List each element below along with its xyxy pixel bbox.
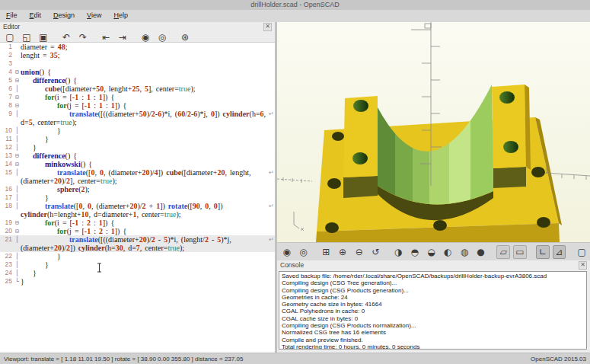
code-line-22[interactable]: 22│ } [0, 252, 275, 260]
code-line-19[interactable]: 19⊟ for(i = [-1 : 2 : 1]) { [0, 219, 275, 227]
show-crosshairs-icon[interactable]: ▢ [575, 246, 588, 258]
plate-hole [327, 178, 341, 189]
block-hole [353, 100, 368, 112]
code-line-20[interactable]: 20⊟ for(j = [-1 : 2 : 1]) { [0, 227, 275, 235]
code-text: diameter = 48; [21, 43, 275, 51]
code-area[interactable]: 1diameter = 48;2lenght = 35;3 4⊟union() … [0, 42, 275, 353]
code-line-21[interactable]: 21│ translate([((diameter+20)/2 - 5)*i, … [0, 235, 275, 252]
code-line-7[interactable]: 7⊟ for(i = [-1 : 1 : 1]) { [0, 93, 275, 101]
console-line: CGAL cache size in bytes: 0 [282, 315, 586, 322]
code-text: for(i = [-1 : 2 : 1]) { [21, 219, 275, 227]
code-text: lenght = 35; [21, 51, 275, 59]
line-number: 25 [0, 277, 14, 286]
code-line-9[interactable]: 9│ translate([((diameter+50)/2-6)*i, (60… [0, 110, 275, 126]
console-line: Compiling design (CSG Products generatio… [282, 287, 586, 294]
preview-icon[interactable]: ◉ [280, 246, 294, 258]
line-number: 13 [0, 152, 14, 160]
code-text: for(j = [-1 : 2 : 1]) { [21, 227, 275, 235]
menu-view[interactable]: View [81, 10, 107, 19]
code-line-6[interactable]: 6│ cube([diameter+50, lenght+25, 5], cen… [0, 85, 275, 93]
menu-file[interactable]: File [0, 10, 24, 19]
fold-marker-icon[interactable]: ⊟ [14, 101, 21, 110]
code-line-12[interactable]: 12│ } [0, 143, 275, 152]
fold-marker-icon[interactable]: ⊟ [14, 68, 21, 76]
fold-marker-icon[interactable]: ⊟ [14, 76, 21, 85]
perspective-icon[interactable]: ▱ [496, 245, 510, 259]
view-back-icon[interactable]: ● [474, 246, 488, 258]
close-icon[interactable]: ✕ [263, 23, 272, 31]
fold-marker-icon[interactable]: ⊟ [14, 152, 21, 160]
code-line-15[interactable]: 15│ translate([0, 0, (diameter+20)/4]) c… [0, 168, 275, 185]
line-number: 5 [0, 76, 14, 85]
console-line: Geometry cache size in bytes: 41664 [282, 301, 586, 308]
show-scale-markers-icon[interactable]: ⊿ [553, 245, 566, 259]
line-number: 20 [0, 227, 14, 235]
console-line: Compile and preview finished. [282, 337, 586, 343]
title-bar: drillHolder.scad - OpenSCAD [0, 0, 590, 11]
view-bottom-icon[interactable]: ◒ [425, 246, 439, 258]
code-line-13[interactable]: 13⊟ difference() { [0, 152, 275, 160]
show-axes-icon[interactable]: ∟ [536, 245, 550, 259]
code-line-2[interactable]: 2lenght = 35; [0, 51, 275, 59]
line-number: 21 [0, 235, 14, 252]
reset-view-icon[interactable]: ↺ [369, 246, 383, 258]
view-front-icon[interactable]: ◍ [458, 246, 471, 258]
code-text: translate([((diameter+20)/2 - 5)*i, (len… [21, 235, 275, 252]
code-text: } [21, 260, 275, 269]
menu-edit[interactable]: Edit [24, 10, 48, 19]
code-line-10[interactable]: 10│ } [0, 126, 275, 135]
fold-marker-icon [14, 51, 21, 59]
view-right-icon[interactable]: ◑ [391, 246, 405, 258]
view-left-icon[interactable]: ◐ [441, 246, 454, 258]
code-line-16[interactable]: 16│ sphere(2); [0, 185, 275, 193]
block-hole [503, 141, 518, 153]
code-text: } [21, 252, 275, 260]
line-number: 1 [0, 43, 14, 51]
zoom-out-icon[interactable]: ⊖ [352, 246, 366, 258]
editor-panel-header: Editor ✕ [0, 22, 275, 31]
view-top-icon[interactable]: ◓ [408, 246, 422, 258]
console-output[interactable]: Saved backup file: /home/rder/.local/sha… [279, 271, 587, 350]
close-icon[interactable]: ✕ [579, 261, 587, 270]
code-text: for(j = [-1 : 1 : 1]) { [21, 101, 275, 110]
code-line-25[interactable]: 25└} [0, 277, 275, 286]
fold-marker-icon[interactable]: ⊟ [14, 93, 21, 101]
view-all-icon[interactable]: ⊞ [319, 246, 333, 258]
orthographic-icon[interactable]: ▭ [513, 245, 527, 259]
fold-marker-icon[interactable]: ⊟ [14, 160, 21, 168]
code-text: for(i = [-1 : 1 : 1]) { [21, 93, 275, 101]
code-text: } [21, 269, 275, 277]
code-line-17[interactable]: 17│ } [0, 193, 275, 202]
code-line-18[interactable]: 18│ translate([0, 0, (diameter+20)/2 + 1… [0, 202, 275, 219]
code-line-14[interactable]: 14⊟ minkowski() { [0, 160, 275, 168]
code-text: translate([0, 0, (diameter+20)/4]) cube(… [21, 168, 275, 185]
viewport-3d[interactable] [277, 22, 590, 242]
fold-marker-icon: │ [14, 193, 21, 202]
fold-marker-icon[interactable]: ⊟ [14, 219, 21, 227]
code-line-4[interactable]: 4⊟union() { [0, 68, 275, 76]
code-line-3[interactable]: 3 [0, 59, 275, 68]
code-line-11[interactable]: 11│ } [0, 135, 275, 143]
menu-design[interactable]: Design [47, 10, 81, 19]
code-line-24[interactable]: 24│ } [0, 269, 275, 277]
wrap-marker-icon: ↵ [269, 202, 274, 210]
code-text: } [21, 143, 275, 152]
menu-help[interactable]: Help [107, 10, 134, 19]
zoom-in-icon[interactable]: ⊕ [336, 246, 349, 258]
code-text: } [21, 193, 275, 202]
plate-hole [433, 220, 447, 231]
code-line-1[interactable]: 1diameter = 48; [0, 43, 275, 51]
code-text: difference() { [21, 152, 275, 160]
plate-hole [537, 217, 550, 228]
line-number: 10 [0, 126, 14, 135]
line-number: 7 [0, 93, 14, 101]
code-line-23[interactable]: 23│ } [0, 260, 275, 269]
line-number: 3 [0, 59, 14, 68]
line-number: 23 [0, 260, 14, 269]
fold-marker-icon[interactable]: ⊟ [14, 227, 21, 235]
fold-marker-icon: │ [14, 202, 21, 219]
fold-marker-icon: │ [14, 143, 21, 152]
code-line-5[interactable]: 5⊟ difference() { [0, 76, 275, 85]
render-icon[interactable]: ◎ [297, 246, 311, 258]
code-line-8[interactable]: 8⊟ for(j = [-1 : 1 : 1]) { [0, 101, 275, 110]
